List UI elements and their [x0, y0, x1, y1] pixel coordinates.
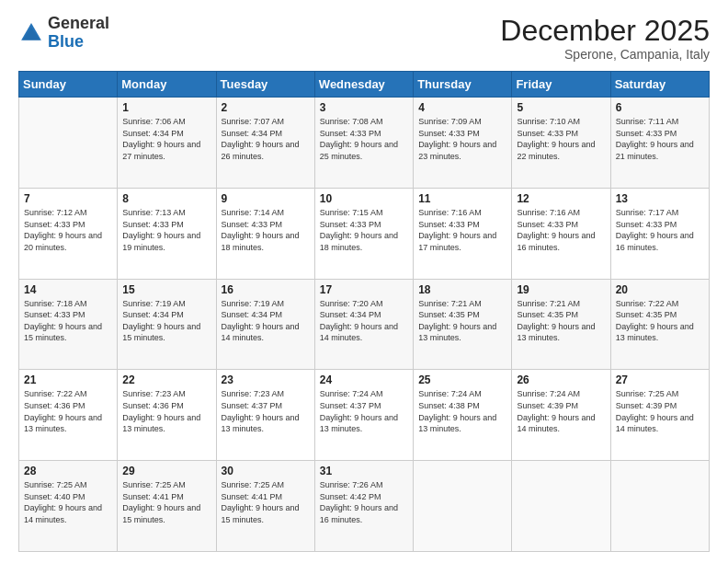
logo-icon	[18, 20, 44, 46]
calendar-cell: 21Sunrise: 7:22 AMSunset: 4:36 PMDayligh…	[19, 370, 118, 461]
calendar-cell: 23Sunrise: 7:23 AMSunset: 4:37 PMDayligh…	[216, 370, 314, 461]
calendar-cell: 28Sunrise: 7:25 AMSunset: 4:40 PMDayligh…	[19, 461, 118, 552]
calendar-cell: 12Sunrise: 7:16 AMSunset: 4:33 PMDayligh…	[512, 188, 610, 279]
day-number: 25	[418, 373, 506, 386]
calendar-week-3: 21Sunrise: 7:22 AMSunset: 4:36 PMDayligh…	[19, 370, 710, 461]
calendar-cell: 10Sunrise: 7:15 AMSunset: 4:33 PMDayligh…	[314, 188, 413, 279]
calendar-cell: 17Sunrise: 7:20 AMSunset: 4:34 PMDayligh…	[314, 279, 413, 370]
calendar-cell: 26Sunrise: 7:24 AMSunset: 4:39 PMDayligh…	[512, 370, 610, 461]
day-number: 24	[320, 373, 408, 386]
day-info: Sunrise: 7:23 AMSunset: 4:37 PMDaylight:…	[222, 389, 300, 433]
day-info: Sunrise: 7:22 AMSunset: 4:35 PMDaylight:…	[616, 299, 694, 343]
day-number: 10	[320, 192, 408, 205]
day-info: Sunrise: 7:13 AMSunset: 4:33 PMDaylight:…	[122, 208, 200, 252]
logo-general: General	[48, 14, 109, 32]
logo-blue: Blue	[48, 32, 84, 51]
calendar-cell: 1Sunrise: 7:06 AMSunset: 4:34 PMDaylight…	[118, 98, 216, 189]
calendar-cell	[414, 461, 512, 552]
day-number: 14	[24, 283, 112, 296]
day-number: 3	[320, 101, 408, 114]
day-number: 26	[517, 373, 605, 386]
calendar-cell: 15Sunrise: 7:19 AMSunset: 4:34 PMDayligh…	[118, 279, 216, 370]
day-info: Sunrise: 7:26 AMSunset: 4:42 PMDaylight:…	[320, 480, 398, 524]
day-info: Sunrise: 7:17 AMSunset: 4:33 PMDaylight:…	[616, 208, 694, 252]
calendar-cell: 27Sunrise: 7:25 AMSunset: 4:39 PMDayligh…	[610, 370, 709, 461]
day-number: 9	[222, 192, 310, 205]
day-number: 4	[418, 101, 506, 114]
day-number: 27	[616, 373, 704, 386]
day-info: Sunrise: 7:21 AMSunset: 4:35 PMDaylight:…	[418, 299, 496, 343]
calendar-cell: 6Sunrise: 7:11 AMSunset: 4:33 PMDaylight…	[610, 98, 709, 189]
calendar-cell: 4Sunrise: 7:09 AMSunset: 4:33 PMDaylight…	[414, 98, 512, 189]
day-number: 13	[616, 192, 704, 205]
header-monday: Monday	[118, 72, 216, 98]
day-number: 30	[222, 465, 310, 477]
header-thursday: Thursday	[414, 72, 512, 98]
calendar-table: Sunday Monday Tuesday Wednesday Thursday…	[18, 71, 710, 552]
calendar-cell: 14Sunrise: 7:18 AMSunset: 4:33 PMDayligh…	[19, 279, 118, 370]
day-number: 11	[418, 192, 506, 205]
calendar-week-2: 14Sunrise: 7:18 AMSunset: 4:33 PMDayligh…	[19, 279, 710, 370]
day-info: Sunrise: 7:09 AMSunset: 4:33 PMDaylight:…	[418, 117, 496, 161]
calendar-cell: 25Sunrise: 7:24 AMSunset: 4:38 PMDayligh…	[414, 370, 512, 461]
header-friday: Friday	[512, 72, 610, 98]
header-wednesday: Wednesday	[314, 72, 413, 98]
day-number: 21	[24, 373, 112, 386]
day-info: Sunrise: 7:22 AMSunset: 4:36 PMDaylight:…	[24, 389, 102, 433]
day-number: 31	[320, 465, 408, 477]
day-number: 6	[616, 101, 704, 114]
calendar-cell: 31Sunrise: 7:26 AMSunset: 4:42 PMDayligh…	[314, 461, 413, 552]
day-info: Sunrise: 7:14 AMSunset: 4:33 PMDaylight:…	[222, 208, 300, 252]
header-saturday: Saturday	[610, 72, 709, 98]
calendar-cell: 5Sunrise: 7:10 AMSunset: 4:33 PMDaylight…	[512, 98, 610, 189]
weekday-header-row: Sunday Monday Tuesday Wednesday Thursday…	[19, 72, 710, 98]
day-info: Sunrise: 7:25 AMSunset: 4:40 PMDaylight:…	[24, 480, 102, 524]
day-number: 17	[320, 283, 408, 296]
calendar-cell: 18Sunrise: 7:21 AMSunset: 4:35 PMDayligh…	[414, 279, 512, 370]
day-info: Sunrise: 7:11 AMSunset: 4:33 PMDaylight:…	[616, 117, 694, 161]
day-number: 7	[24, 192, 112, 205]
day-info: Sunrise: 7:16 AMSunset: 4:33 PMDaylight:…	[418, 208, 496, 252]
day-info: Sunrise: 7:18 AMSunset: 4:33 PMDaylight:…	[24, 299, 102, 343]
calendar-cell: 2Sunrise: 7:07 AMSunset: 4:34 PMDaylight…	[216, 98, 314, 189]
day-number: 29	[122, 465, 210, 477]
day-info: Sunrise: 7:25 AMSunset: 4:41 PMDaylight:…	[122, 480, 200, 524]
calendar-cell: 3Sunrise: 7:08 AMSunset: 4:33 PMDaylight…	[314, 98, 413, 189]
calendar-cell: 20Sunrise: 7:22 AMSunset: 4:35 PMDayligh…	[610, 279, 709, 370]
calendar-cell: 22Sunrise: 7:23 AMSunset: 4:36 PMDayligh…	[118, 370, 216, 461]
logo-text: General Blue	[48, 15, 109, 52]
calendar-cell: 7Sunrise: 7:12 AMSunset: 4:33 PMDaylight…	[19, 188, 118, 279]
day-info: Sunrise: 7:06 AMSunset: 4:34 PMDaylight:…	[122, 117, 200, 161]
day-info: Sunrise: 7:24 AMSunset: 4:38 PMDaylight:…	[418, 389, 496, 433]
calendar-cell	[19, 98, 118, 189]
calendar-cell: 11Sunrise: 7:16 AMSunset: 4:33 PMDayligh…	[414, 188, 512, 279]
day-number: 15	[122, 283, 210, 296]
day-number: 18	[418, 283, 506, 296]
day-info: Sunrise: 7:08 AMSunset: 4:33 PMDaylight:…	[320, 117, 398, 161]
header: General Blue December 2025 Sperone, Camp…	[18, 15, 710, 62]
day-info: Sunrise: 7:21 AMSunset: 4:35 PMDaylight:…	[517, 299, 595, 343]
day-info: Sunrise: 7:25 AMSunset: 4:39 PMDaylight:…	[616, 389, 694, 433]
day-number: 1	[122, 101, 210, 114]
day-number: 28	[24, 465, 112, 477]
calendar-cell: 30Sunrise: 7:25 AMSunset: 4:41 PMDayligh…	[216, 461, 314, 552]
calendar-week-0: 1Sunrise: 7:06 AMSunset: 4:34 PMDaylight…	[19, 98, 710, 189]
calendar-cell	[610, 461, 709, 552]
day-number: 19	[517, 283, 605, 296]
day-info: Sunrise: 7:24 AMSunset: 4:39 PMDaylight:…	[517, 389, 595, 433]
header-tuesday: Tuesday	[216, 72, 314, 98]
day-number: 12	[517, 192, 605, 205]
calendar-cell	[512, 461, 610, 552]
logo: General Blue	[18, 15, 109, 52]
day-number: 8	[122, 192, 210, 205]
day-info: Sunrise: 7:12 AMSunset: 4:33 PMDaylight:…	[24, 208, 102, 252]
day-info: Sunrise: 7:24 AMSunset: 4:37 PMDaylight:…	[320, 389, 398, 433]
title-block: December 2025 Sperone, Campania, Italy	[500, 15, 710, 62]
calendar-cell: 13Sunrise: 7:17 AMSunset: 4:33 PMDayligh…	[610, 188, 709, 279]
day-info: Sunrise: 7:16 AMSunset: 4:33 PMDaylight:…	[517, 208, 595, 252]
calendar-cell: 9Sunrise: 7:14 AMSunset: 4:33 PMDaylight…	[216, 188, 314, 279]
calendar-cell: 16Sunrise: 7:19 AMSunset: 4:34 PMDayligh…	[216, 279, 314, 370]
day-number: 22	[122, 373, 210, 386]
day-number: 23	[222, 373, 310, 386]
month-title: December 2025	[500, 15, 710, 47]
